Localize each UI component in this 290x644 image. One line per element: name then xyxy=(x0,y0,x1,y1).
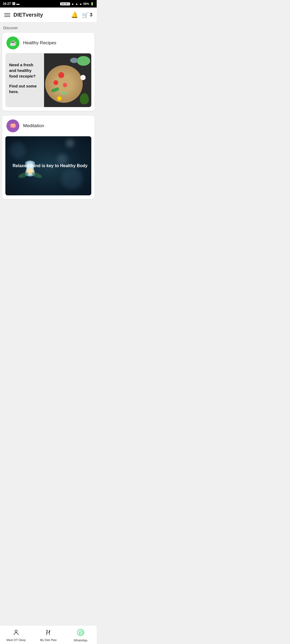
hamburger-menu[interactable] xyxy=(4,13,10,17)
signal-icon1: ▲ xyxy=(75,2,78,5)
recipes-banner-text: Need a fresh and healthy food recepie? F… xyxy=(5,53,44,107)
lettuce-item xyxy=(77,56,90,66)
seeds-bowl xyxy=(70,58,78,63)
cart-icon: 🛒 xyxy=(82,12,89,18)
notification-bell-icon[interactable]: 🔔 xyxy=(71,12,78,19)
avocado-item xyxy=(80,93,89,104)
healthy-recipes-card[interactable]: ☕ Healthy Recipes Need a fresh and healt… xyxy=(2,33,95,111)
hamburger-line1 xyxy=(4,13,10,14)
tomato-item xyxy=(58,72,64,78)
signal-icon2: ▲ xyxy=(79,2,82,5)
wifi-icon: ▲ xyxy=(71,2,74,5)
top-nav: DIETversity 🔔 🛒 3 xyxy=(0,8,97,23)
meditation-banner[interactable]: Relaxed mind is key to Healthy Body xyxy=(5,136,91,195)
recipes-banner-line2: Find out some here. xyxy=(9,83,40,94)
hamburger-line3 xyxy=(4,16,10,17)
recipes-banner-line1: Need a fresh and healthy food recepie? xyxy=(9,62,40,79)
status-right: VoLTE 1 ▲ ▲ ▲ 58% 🔋 xyxy=(60,2,94,6)
bokeh3 xyxy=(61,168,83,189)
meditation-icon: 🪷 xyxy=(6,119,19,132)
meditation-header: 🪷 Meditation xyxy=(2,116,95,136)
app-title: DIETversity xyxy=(13,12,71,18)
recipes-banner-image xyxy=(44,53,91,107)
recipes-icon: ☕ xyxy=(6,36,19,49)
sim-icon: ▬ xyxy=(16,2,20,6)
cart-count: 3 xyxy=(90,12,92,18)
recipes-icon-symbol: ☕ xyxy=(9,39,17,46)
svg-point-9 xyxy=(27,169,33,173)
discover-section-title: Discover xyxy=(2,26,95,30)
recipes-banner[interactable]: Need a fresh and healthy food recepie? F… xyxy=(5,53,91,107)
photo-icon: 🖼 xyxy=(12,2,15,6)
nav-icons: 🔔 🛒 3 xyxy=(71,12,92,19)
main-content: Discover ☕ Healthy Recipes Need a fresh … xyxy=(0,23,97,225)
volte-badge: VoLTE 1 xyxy=(60,2,70,5)
healthy-recipes-header: ☕ Healthy Recipes xyxy=(2,33,95,53)
meditation-card[interactable]: 🪷 Meditation xyxy=(2,116,95,199)
milk-glass xyxy=(80,75,86,80)
status-left: 16:27 🖼 ▬ xyxy=(3,2,20,6)
meditation-icon-symbol: 🪷 xyxy=(9,122,17,129)
meditation-banner-line: Relaxed mind is key to Healthy Body xyxy=(13,163,88,169)
recipes-label: Healthy Recipes xyxy=(23,40,56,46)
cart-button[interactable]: 🛒 3 xyxy=(82,12,92,18)
status-bar: 16:27 🖼 ▬ VoLTE 1 ▲ ▲ ▲ 58% 🔋 xyxy=(0,0,97,8)
hamburger-line2 xyxy=(4,15,10,15)
time-display: 16:27 xyxy=(3,2,11,6)
meditation-label: Meditation xyxy=(23,123,44,129)
battery-icon: 🔋 xyxy=(90,2,94,6)
bokeh4 xyxy=(66,139,74,147)
meditation-banner-text: Relaxed mind is key to Healthy Body xyxy=(13,163,88,169)
battery-display: 58% xyxy=(83,2,89,5)
